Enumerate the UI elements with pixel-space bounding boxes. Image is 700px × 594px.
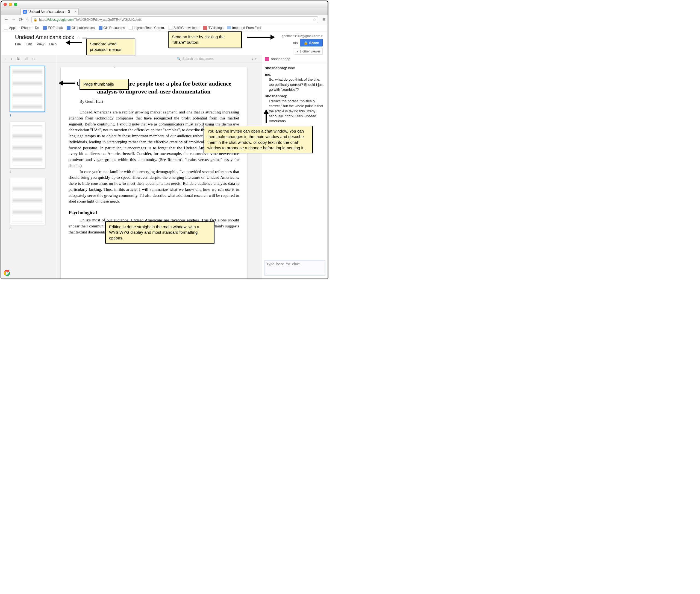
chat-message: shoshannag: boo! xyxy=(265,66,325,70)
zoom-window-button[interactable] xyxy=(14,3,17,6)
arrow-icon xyxy=(56,80,75,86)
arrow-icon xyxy=(264,107,269,123)
bookmark-item[interactable]: Apple – iPhone – Do xyxy=(4,26,39,30)
chat-messages: shoshannag: boo! me: So, what do you thi… xyxy=(262,63,327,258)
page-icon xyxy=(99,26,102,30)
print-icon[interactable]: 🖶 xyxy=(16,57,20,61)
document-title[interactable]: Undead Americans.docx xyxy=(15,34,74,40)
callout-chat: You and the invitee can open a chat wind… xyxy=(204,126,313,153)
chat-username: shoshannag xyxy=(271,57,290,61)
page-thumbnail[interactable] xyxy=(9,122,45,168)
callout-share: Send an invite by clicking the "Share" b… xyxy=(168,31,242,48)
menu-file[interactable]: File xyxy=(15,42,21,46)
zoom-in-icon[interactable]: ⊕ xyxy=(25,57,28,61)
document-scroll[interactable]: ‹ Undead Americans are people too: a ple… xyxy=(56,63,262,278)
search-dropdown-icon[interactable]: ▾ xyxy=(255,57,256,61)
bookmark-item[interactable]: EOE book xyxy=(43,26,63,30)
forward-button[interactable]: → xyxy=(11,17,16,23)
tab-title: Undead Americans.docx – G xyxy=(28,10,70,14)
lock-icon: 🔒 xyxy=(304,41,308,45)
search-placeholder: Search the document. xyxy=(182,57,214,61)
callout-thumbnails: Page thumbnails xyxy=(79,79,129,90)
page-icon xyxy=(203,26,207,30)
bookmark-item[interactable]: GH Resources xyxy=(99,26,125,30)
page-icon xyxy=(67,26,70,30)
star-icon[interactable]: ☆ xyxy=(76,35,80,40)
collapse-sidebar-icon[interactable]: ‹ xyxy=(113,64,115,69)
lock-icon: 🔒 xyxy=(33,18,37,22)
page-icon xyxy=(43,26,47,30)
back-button[interactable]: ← xyxy=(4,17,8,23)
document-subheading: Psychological xyxy=(69,210,239,216)
document-byline: By Geoff Hart xyxy=(79,99,239,104)
comments-button[interactable]: nts xyxy=(293,41,298,45)
document-search[interactable]: 🔍 Search the document. ▴ ▾ xyxy=(177,57,256,61)
extension-icon[interactable] xyxy=(3,269,11,277)
document-page[interactable]: Undead Americans are people too: a plea … xyxy=(61,67,247,278)
bookmark-item[interactable]: Ingenta Tech. Comm. xyxy=(129,26,165,30)
close-tab-icon[interactable]: × xyxy=(75,9,77,14)
browser-menu-icon[interactable]: ≡ xyxy=(322,17,325,23)
thumbnail-number: 3 xyxy=(9,226,47,230)
page-icon xyxy=(129,26,133,30)
url-bar[interactable]: 🔒 https://docs.google.com/file/d/0B6NDFd… xyxy=(31,16,318,23)
chat-message: shoshannag: I dislike the phrase "politi… xyxy=(265,94,325,124)
mac-titlebar xyxy=(1,1,327,7)
reload-button[interactable]: ⟳ xyxy=(19,17,23,23)
minimize-window-button[interactable] xyxy=(9,3,12,6)
page-thumbnail[interactable] xyxy=(9,178,45,225)
svg-point-1 xyxy=(6,272,8,274)
page-icon xyxy=(169,26,172,30)
bookmark-item[interactable]: GH publications xyxy=(67,26,95,30)
share-button[interactable]: 🔒 Share xyxy=(300,39,323,46)
bookmarks-bar: Apple – iPhone – Do EOE book GH publicat… xyxy=(1,24,327,31)
chat-message: me: So, what do you think of the title: … xyxy=(265,72,325,92)
account-label[interactable]: geoffhart1962@gmail.com ▾ xyxy=(282,34,323,38)
menu-edit[interactable]: Edit xyxy=(26,42,32,46)
prev-page-icon[interactable]: ‹ xyxy=(5,57,6,61)
zoom-out-icon[interactable]: ⊖ xyxy=(32,57,36,61)
url-host: ://docs.google.com xyxy=(46,18,74,22)
close-window-button[interactable] xyxy=(4,3,7,6)
browser-tabstrip: W Undead Americans.docx – G × xyxy=(1,7,327,15)
bookmark-item[interactable]: Imported From Firef xyxy=(227,26,261,30)
chevron-down-icon: ▾ xyxy=(296,50,298,53)
bookmark-item[interactable]: SciSIG newsletter xyxy=(169,26,200,30)
menu-view[interactable]: View xyxy=(37,42,44,46)
search-dropup-icon[interactable]: ▴ xyxy=(252,57,253,61)
browser-tab[interactable]: W Undead Americans.docx – G × xyxy=(21,8,79,15)
page-icon xyxy=(4,26,8,30)
callout-menus: Standard word processor menus xyxy=(86,38,135,55)
page-thumbnail[interactable] xyxy=(9,66,45,112)
thumb-toolbar: ‹ › 🖶 ⊕ ⊖ xyxy=(1,55,56,63)
folder-icon xyxy=(227,26,231,29)
viewers-pill[interactable]: ▾ 1 other viewer xyxy=(294,48,323,55)
tab-favicon: W xyxy=(23,10,27,14)
search-icon: 🔍 xyxy=(177,57,181,61)
menu-help[interactable]: Help xyxy=(49,42,57,46)
next-page-icon[interactable]: › xyxy=(11,57,12,61)
share-button-label: Share xyxy=(309,41,319,45)
arrow-icon xyxy=(247,35,277,40)
home-button[interactable]: ⌂ xyxy=(26,17,29,23)
thumbnail-number: 2 xyxy=(9,170,47,173)
url-path: /file/d/0B6NDFdiqwjyxaGo5TE44WGtJdXc/edi… xyxy=(74,18,142,22)
browser-nav-toolbar: ← → ⟳ ⌂ 🔒 https://docs.google.com/file/d… xyxy=(1,15,327,24)
document-paragraph: In case you're not familiar with this em… xyxy=(69,169,239,205)
thumbnail-sidebar: ‹ › 🖶 ⊕ ⊖ 1 2 3 xyxy=(1,55,56,278)
bookmark-item[interactable]: TV listings xyxy=(203,26,223,30)
bookmark-star-icon[interactable]: ☆ xyxy=(313,17,316,22)
docs-header: Undead Americans.docx ☆ ▬ File Edit View… xyxy=(1,31,327,55)
viewers-label: 1 other viewer xyxy=(300,50,320,53)
arrow-icon xyxy=(63,40,82,45)
callout-editing: Editing is done straight in the main win… xyxy=(105,222,214,243)
chat-panel: shoshannag shoshannag: boo! me: So, what… xyxy=(262,55,327,278)
thumbnail-number: 1 xyxy=(9,114,47,117)
user-color-swatch xyxy=(265,57,269,61)
chat-input[interactable] xyxy=(265,260,325,275)
url-scheme: https xyxy=(39,18,46,22)
